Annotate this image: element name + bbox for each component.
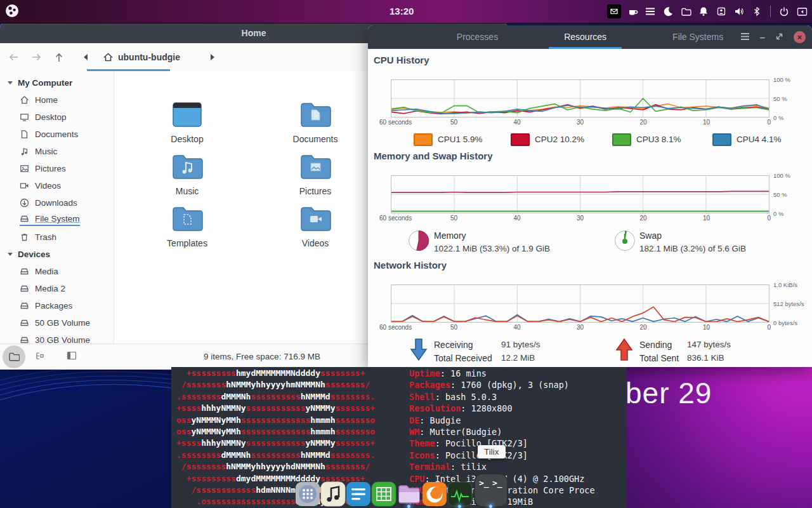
drive-icon <box>20 318 29 328</box>
sidebar-item-pictures[interactable]: Pictures <box>0 160 114 177</box>
memory-chart: 100 % 50 % 0 % 60 seconds 50 40 30 20 10… <box>391 175 769 223</box>
hide-sidebar-button[interactable] <box>67 351 77 363</box>
file-manager-sidebar: My Computer Home Desktop Documents Music… <box>0 71 114 344</box>
software-icon[interactable] <box>715 5 728 18</box>
terminal-info-line: Uptime: 16 mins <box>409 368 595 379</box>
writer-icon[interactable] <box>344 480 372 508</box>
files-tray-icon[interactable] <box>679 5 692 18</box>
cpu1-legend: CPU1 5.9% <box>438 135 483 144</box>
tab-processes[interactable]: Processes <box>442 27 513 49</box>
spreadsheet-icon[interactable] <box>370 480 398 508</box>
folder-videos[interactable]: Videos <box>277 204 353 248</box>
breadcrumb-next-icon[interactable] <box>211 54 214 60</box>
tab-file-systems[interactable]: File Systems <box>657 27 738 49</box>
home-icon <box>20 95 29 105</box>
network-chart: 1.0 KiB/s 512 bytes/s 0 bytes/s 60 secon… <box>391 284 769 332</box>
sidebar-item-home[interactable]: Home <box>0 91 114 109</box>
clock[interactable]: 13:20 <box>390 6 414 17</box>
tab-resources[interactable]: Resources <box>549 27 622 49</box>
volume-icon[interactable] <box>733 5 745 18</box>
sidebar-item-desktop[interactable]: Desktop <box>0 109 114 126</box>
svg-text:>_: >_ <box>492 478 502 488</box>
drive-icon <box>20 214 29 224</box>
app-menu-icon[interactable] <box>740 32 750 43</box>
forward-button[interactable] <box>27 48 46 67</box>
cpu2-swatch[interactable] <box>511 133 530 146</box>
budgie-menu-icon[interactable] <box>4 3 20 21</box>
running-indicator <box>458 505 461 508</box>
notifications-icon[interactable] <box>697 5 710 18</box>
folder-templates[interactable]: Templates <box>149 204 225 248</box>
wallpaper-waves <box>0 365 184 422</box>
sidebar-item-media[interactable]: Media <box>0 263 114 280</box>
desktop-folder-icon <box>171 100 204 129</box>
svg-text:>_: >_ <box>479 478 489 488</box>
download-icon <box>20 198 29 208</box>
folder-pictures[interactable]: Pictures <box>277 152 353 196</box>
power-icon[interactable] <box>778 5 790 18</box>
sending-arrow-icon <box>614 338 634 364</box>
folder-icon <box>8 352 20 362</box>
breadcrumb-label: ubuntu-budgie <box>118 52 180 62</box>
folder-desktop[interactable]: Desktop <box>149 100 225 144</box>
sidebar-item-trash[interactable]: Trash <box>0 229 114 246</box>
terminal-info-line: Shell: bash 5.0.3 <box>409 391 595 403</box>
cpu3-swatch[interactable] <box>612 133 631 146</box>
memory-label: Memory <box>434 231 466 241</box>
cpu3-legend: CPU3 8.1% <box>636 135 681 144</box>
treeview-toggle-button[interactable] <box>35 351 45 364</box>
cpu2-legend: CPU2 10.2% <box>535 135 584 144</box>
app-grid-icon[interactable] <box>294 480 322 508</box>
night-light-icon[interactable] <box>662 5 674 18</box>
system-monitor-headerbar[interactable]: Processes Resources File Systems – × <box>368 25 812 49</box>
breadcrumb-prev-icon[interactable] <box>84 54 88 60</box>
cpu4-swatch[interactable] <box>712 133 731 146</box>
tray-mail-icon[interactable] <box>607 4 621 18</box>
music-player-icon[interactable] <box>319 480 347 508</box>
sidebar-item-documents[interactable]: Documents <box>0 126 114 143</box>
bluetooth-icon[interactable] <box>750 5 763 18</box>
sidebar-item-packages[interactable]: Packages <box>0 297 114 314</box>
home-icon <box>103 52 114 62</box>
caffeine-icon[interactable] <box>626 5 639 18</box>
folder-documents[interactable]: Documents <box>277 100 353 144</box>
terminal-info-line: Resolution: 812x508 <box>409 403 595 414</box>
tilix-tooltip: Tilix <box>478 445 506 458</box>
memory-value: 1022.1 MiB (53.3%) of 1.9 GiB <box>434 244 550 253</box>
firefox-icon[interactable] <box>421 480 449 508</box>
sidebar-section-my-computer[interactable]: My Computer <box>0 74 114 91</box>
terminal-info-line: DE: Budgie <box>409 415 595 426</box>
minimize-button[interactable]: – <box>760 34 765 41</box>
places-toggle-button[interactable] <box>3 345 25 368</box>
tilix-icon[interactable]: >_>_ <box>473 472 509 508</box>
collapse-triangle-icon <box>8 81 13 84</box>
music-folder-icon <box>171 152 204 181</box>
running-indicator <box>489 505 492 508</box>
sidebar-section-devices[interactable]: Devices <box>0 246 114 263</box>
videos-folder-icon <box>299 204 332 233</box>
sidebar-item-music[interactable]: Music <box>0 143 114 160</box>
tray-expander-icon[interactable] <box>796 5 808 18</box>
sidebar-item-media-2[interactable]: Media 2 <box>0 280 114 297</box>
swap-pie-icon <box>614 230 636 254</box>
breadcrumb[interactable]: ubuntu-budgie <box>94 46 189 68</box>
maximize-button[interactable] <box>775 32 783 43</box>
menu-icon[interactable] <box>644 5 657 18</box>
status-text: 9 items, Free space: 716.9 MB <box>204 352 320 361</box>
system-monitor-icon[interactable] <box>446 480 474 508</box>
close-button[interactable]: × <box>794 31 806 43</box>
sidebar-item-videos[interactable]: Videos <box>0 177 114 194</box>
cpu1-swatch[interactable] <box>414 133 433 146</box>
sidebar-item-50gb-volume[interactable]: 50 GB Volume <box>0 314 114 331</box>
templates-folder-icon <box>171 204 204 233</box>
system-monitor-window: Processes Resources File Systems – × CPU… <box>368 25 812 367</box>
total-sent-value: 836.1 KiB <box>687 353 724 363</box>
files-icon[interactable] <box>395 480 423 508</box>
sidebar-item-file-system[interactable]: File System <box>0 211 114 229</box>
cpu-chart: 100 % 50 % 0 % 60 seconds 50 40 30 20 10… <box>391 79 769 127</box>
running-indicator <box>407 505 410 508</box>
sidebar-item-downloads[interactable]: Downloads <box>0 194 114 211</box>
up-button[interactable] <box>49 48 69 67</box>
back-button[interactable] <box>4 48 23 67</box>
folder-music[interactable]: Music <box>149 152 225 196</box>
